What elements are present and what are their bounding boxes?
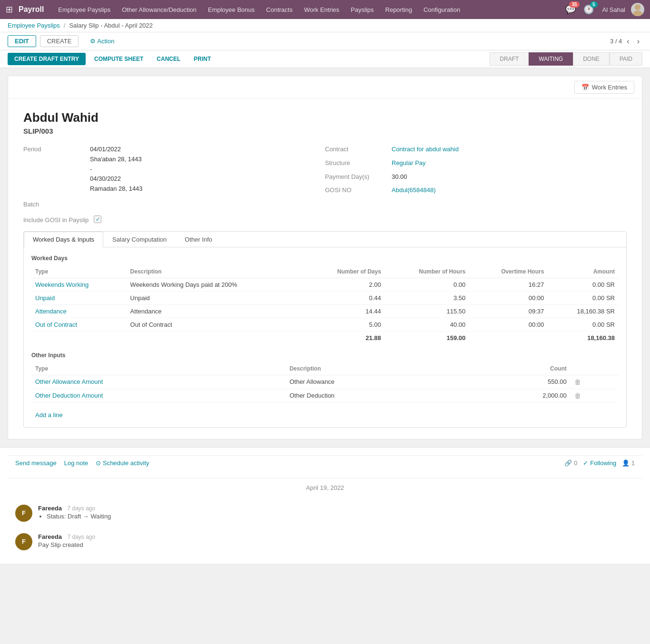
contract-value: Contract for abdul wahid [392, 145, 459, 155]
messages-badge[interactable]: 💬 35 [565, 4, 576, 15]
include-gosi-checkbox[interactable] [94, 215, 101, 223]
nav-other-allowance[interactable]: Other Allowance/Deduction [117, 0, 201, 19]
row-num-days: 2.00 [305, 278, 385, 291]
tab-worked-days[interactable]: Worked Days & Inputs [24, 232, 103, 247]
cancel-button[interactable]: CANCEL [150, 53, 187, 65]
create-draft-entry-button[interactable]: CREATE DRAFT ENTRY [8, 53, 86, 65]
chatter-section: Send message Log note ⊙ Schedule activit… [0, 447, 650, 564]
nav-payslips[interactable]: Payslips [346, 0, 378, 19]
oi-row-delete[interactable]: 🗑 [571, 375, 619, 389]
app-grid-icon[interactable]: ⊞ [6, 4, 13, 15]
row-num-hours: 0.00 [385, 278, 469, 291]
user-name: Al Sahal [602, 6, 625, 13]
chatter-entry: F Fareeda 7 days ago Status: Draft → Wai… [8, 499, 642, 527]
form-area: Abdul Wahid SLIP/003 Period 04/01/2022 S… [8, 99, 642, 439]
col-amount: Amount [548, 265, 619, 278]
batch-label: Batch [23, 200, 90, 208]
following-button[interactable]: ✓ Following [583, 459, 616, 467]
worked-days-title: Worked Days [31, 255, 619, 262]
compute-sheet-button[interactable]: COMPUTE SHEET [88, 53, 150, 65]
nav-configuration[interactable]: Configuration [419, 0, 465, 19]
schedule-activity-button[interactable]: ⊙ Schedule activity [96, 459, 149, 467]
contract-link[interactable]: Contract for abdul wahid [392, 146, 459, 153]
date-divider: April 19, 2022 [8, 478, 642, 491]
oi-row-count: 2,000.00 [463, 389, 571, 402]
log-note-button[interactable]: Log note [64, 459, 89, 467]
col-description: Description [127, 265, 305, 278]
col-type: Type [31, 265, 127, 278]
include-gosi-row: Include GOSI in Payslip [23, 215, 627, 224]
action-menu[interactable]: ⚙ Action [90, 38, 114, 45]
table-total-row: 21.88 159.00 18,160.38 [31, 331, 619, 344]
total-label [31, 331, 127, 344]
calendar-icon: 📅 [581, 84, 589, 91]
structure-link[interactable]: Regular Pay [392, 159, 426, 166]
table-row: Other Deduction Amount Other Deduction 2… [31, 389, 619, 402]
nav-employee-bonus[interactable]: Employee Bonus [203, 0, 259, 19]
status-draft[interactable]: DRAFT [490, 52, 529, 66]
tab-salary-computation[interactable]: Salary Computation [103, 232, 176, 247]
pagination: 3 / 4 ‹ › [610, 36, 642, 47]
oi-row-type: Other Allowance Amount [31, 375, 286, 389]
other-inputs-table: Type Description Count Other Allowance A… [31, 362, 619, 403]
structure-label: Structure [325, 158, 392, 166]
delete-icon[interactable]: 🗑 [574, 378, 581, 386]
payment-days-row: Payment Day(s) 30.00 [325, 172, 627, 182]
status-paid[interactable]: PAID [610, 52, 642, 66]
row-amount: 0.00 SR [548, 291, 619, 304]
oi-row-count: 550.00 [463, 375, 571, 389]
period-end-hijri: Ramadan 28, 1443 [90, 184, 143, 194]
period-value: 04/01/2022 Sha'aban 28, 1443 - 04/30/202… [90, 145, 143, 194]
send-message-button[interactable]: Send message [15, 459, 57, 467]
activity-badge[interactable]: 🕐 5 [583, 4, 594, 15]
status-steps: DRAFT WAITING DONE PAID [490, 52, 642, 66]
add-line-button[interactable]: Add a line [31, 410, 67, 420]
work-entries-bar: 📅 Work Entries [8, 76, 642, 99]
chatter-avatar: F [15, 533, 32, 550]
chatter-body: Fareeda 7 days ago Status: Draft → Waiti… [38, 505, 635, 522]
gosi-link[interactable]: Abdul(6584848) [392, 186, 436, 194]
total-amount: 18,160.38 [548, 331, 619, 344]
create-button[interactable]: CREATE [40, 35, 79, 47]
pagination-next[interactable]: › [634, 36, 642, 47]
avatar[interactable] [631, 3, 644, 16]
oi-row-desc: Other Allowance [286, 375, 463, 389]
print-button[interactable]: PRINT [187, 53, 217, 65]
following-label: Following [590, 459, 616, 467]
col-num-days: Number of Days [305, 265, 385, 278]
work-entries-label: Work Entries [592, 84, 627, 91]
row-overtime: 09:37 [469, 304, 548, 318]
slip-number: SLIP/003 [23, 127, 627, 135]
work-entries-button[interactable]: 📅 Work Entries [574, 81, 634, 94]
main-content: 📅 Work Entries Abdul Wahid SLIP/003 Peri… [0, 68, 650, 447]
nav-contracts[interactable]: Contracts [261, 0, 297, 19]
table-row: Attendance Attendance 14.44 115.50 09:37… [31, 304, 619, 318]
oi-row-desc: Other Deduction [286, 389, 463, 402]
tab-other-info[interactable]: Other Info [176, 232, 221, 247]
row-num-hours: 40.00 [385, 318, 469, 331]
status-done[interactable]: DONE [573, 52, 610, 66]
tabs-container: Worked Days & Inputs Salary Computation … [23, 231, 627, 428]
table-row: Other Allowance Amount Other Allowance 5… [31, 375, 619, 389]
content-card: 📅 Work Entries Abdul Wahid SLIP/003 Peri… [8, 76, 642, 439]
row-description: Attendance [127, 304, 305, 318]
oi-row-delete[interactable]: 🗑 [571, 389, 619, 402]
total-empty [127, 331, 305, 344]
nav-work-entries[interactable]: Work Entries [299, 0, 344, 19]
nav-reporting[interactable]: Reporting [381, 0, 417, 19]
delete-icon[interactable]: 🗑 [574, 392, 581, 400]
row-overtime: 00:00 [469, 291, 548, 304]
row-amount: 18,160.38 SR [548, 304, 619, 318]
include-gosi-label: Include GOSI in Payslip [23, 215, 90, 224]
contract-label: Contract [325, 145, 392, 153]
period-end: 04/30/2022 [90, 174, 143, 184]
breadcrumb-parent[interactable]: Employee Payslips [8, 22, 60, 29]
chatter-time: 7 days ago [68, 534, 96, 540]
nav-employee-payslips[interactable]: Employee Payslips [53, 0, 115, 19]
edit-button[interactable]: EDIT [8, 35, 36, 47]
status-waiting[interactable]: WAITING [529, 52, 573, 66]
row-num-days: 14.44 [305, 304, 385, 318]
pagination-prev[interactable]: ‹ [624, 36, 632, 47]
oi-col-type: Type [31, 362, 286, 375]
messages-count: 35 [569, 1, 579, 8]
